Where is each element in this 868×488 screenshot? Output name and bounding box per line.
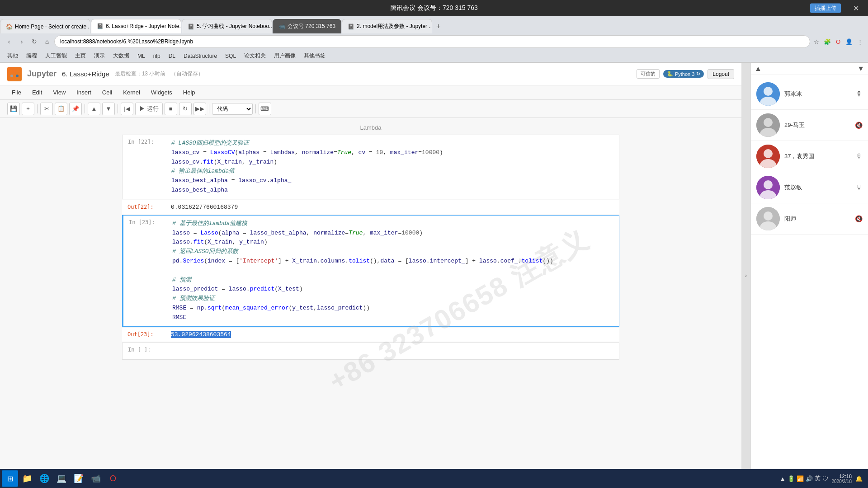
code-line: # 返回LASSO回归的系数 bbox=[172, 247, 615, 257]
cell-type-select[interactable]: 代码 Markdown Raw bbox=[212, 103, 253, 115]
add-cell-btn[interactable]: + bbox=[22, 103, 34, 115]
paste-btn[interactable]: 📌 bbox=[69, 103, 82, 115]
panel-nav: ▲ ▼ bbox=[751, 63, 868, 75]
forward-btn[interactable]: › bbox=[16, 36, 27, 47]
taskbar-browser[interactable]: 🌐 bbox=[36, 470, 52, 487]
bookmark-home[interactable]: 主页 bbox=[71, 51, 90, 61]
extensions-icon[interactable]: 🧩 bbox=[823, 37, 832, 46]
tab-home[interactable]: 🏠 Home Page - Select or create ... ✕ bbox=[0, 19, 90, 33]
bookmark-papers[interactable]: 论文相关 bbox=[241, 51, 269, 61]
cell-23-body[interactable]: # 基于最佳的lambda值建模 lasso = Lasso(alpha = l… bbox=[169, 216, 619, 326]
bookmark-sql[interactable]: SQL bbox=[222, 52, 240, 60]
menu-view[interactable]: View bbox=[48, 87, 70, 98]
taskbar-cmd[interactable]: 💻 bbox=[53, 470, 70, 487]
cell-empty-body[interactable] bbox=[168, 343, 619, 360]
notification-icon[interactable]: 🔔 bbox=[855, 475, 863, 482]
reload-btn[interactable]: ↻ bbox=[29, 36, 40, 47]
svg-point-10 bbox=[764, 149, 773, 158]
bookmark-dl[interactable]: DL bbox=[165, 52, 179, 60]
bookmark-bigdata[interactable]: 大数据 bbox=[109, 51, 133, 61]
bookmark-programming[interactable]: 编程 bbox=[23, 51, 41, 61]
menu-insert[interactable]: Insert bbox=[72, 87, 96, 98]
bookmark-ml[interactable]: ML bbox=[134, 52, 149, 60]
notebook-scroll[interactable]: Lambda In [22]: # LASSO回归模型的交叉验证 lasso_c… bbox=[0, 118, 741, 488]
arrow-up-icon[interactable]: ▲ bbox=[780, 475, 786, 482]
cell-empty: In [ ]: bbox=[122, 343, 619, 360]
jupyter-wordmark: Jupyter bbox=[27, 69, 57, 79]
bookmark-star-icon[interactable]: ☆ bbox=[812, 37, 821, 46]
tab-learning-curve-label: 5. 学习曲线 - Jupyter Noteboo... bbox=[197, 23, 272, 30]
volume-icon[interactable]: 🔊 bbox=[806, 475, 813, 482]
svg-point-4 bbox=[764, 87, 773, 96]
menu-icon[interactable]: ⋮ bbox=[855, 37, 864, 46]
interrupt-btn[interactable]: ■ bbox=[165, 103, 177, 115]
menu-file[interactable]: File bbox=[7, 87, 26, 98]
meeting-close-btn[interactable]: ✕ bbox=[853, 4, 859, 13]
win-start-btn[interactable]: ⊞ bbox=[2, 470, 18, 487]
bookmark-other1[interactable]: 其他 bbox=[4, 51, 22, 61]
address-input[interactable] bbox=[54, 35, 810, 48]
move-down-btn[interactable]: ▼ bbox=[102, 103, 115, 115]
cell-22-body[interactable]: # LASSO回归模型的交叉验证 lasso_cv = LassoCV(alph… bbox=[168, 135, 619, 199]
avatar-icon[interactable]: 👤 bbox=[844, 37, 854, 46]
bookmark-demo[interactable]: 演示 bbox=[90, 51, 108, 61]
participant-2-mic: 🔇 bbox=[855, 122, 863, 129]
antivirus-icon: 🛡 bbox=[822, 475, 828, 482]
code-line: RMSE = np.sqrt(mean_squared_error(y_test… bbox=[172, 304, 615, 313]
autosave: （自动保存） bbox=[171, 70, 203, 78]
new-tab-btn[interactable]: + bbox=[433, 20, 444, 32]
run-btn[interactable]: ▶ 运行 bbox=[135, 103, 163, 115]
back-btn[interactable]: ‹ bbox=[4, 36, 14, 47]
menu-cell[interactable]: Cell bbox=[98, 87, 117, 98]
menu-bar: File Edit View Insert Cell Kernel Widget… bbox=[0, 85, 741, 100]
menu-help[interactable]: Help bbox=[179, 87, 200, 98]
panel-collapse-btn[interactable]: › bbox=[741, 63, 750, 488]
logout-btn[interactable]: Logout bbox=[708, 69, 734, 79]
ime-icon[interactable]: 英 bbox=[815, 474, 821, 483]
bookmark-datastructure[interactable]: DataStructure bbox=[180, 52, 221, 60]
notebook-title: 6. Lasso+Ridge bbox=[62, 70, 109, 78]
trusted-badge[interactable]: 可信的 bbox=[637, 69, 660, 79]
bookmark-ai[interactable]: 人工智能 bbox=[42, 51, 71, 61]
tab-learning-curve-favicon: 📓 bbox=[188, 23, 194, 30]
bookmark-nlp[interactable]: nlp bbox=[150, 52, 164, 60]
tab-jupyter-lasso[interactable]: 📓 6. Lasso+Ridge - Jupyter Note... ✕ bbox=[91, 19, 181, 33]
restart-btn[interactable]: ↻ bbox=[179, 103, 192, 115]
avatar-svg-3 bbox=[756, 145, 780, 168]
menu-kernel[interactable]: Kernel bbox=[118, 87, 145, 98]
participant-3-name: 37，袁秀国 bbox=[784, 152, 852, 160]
cell-22-label: In [22]: bbox=[123, 135, 168, 199]
jupyter-header: Jupyter 6. Lasso+Ridge 最后检查：13 小时前 （自动保存… bbox=[0, 63, 741, 85]
copy-btn[interactable]: 📋 bbox=[55, 103, 67, 115]
upload-btn[interactable]: 插播上传 bbox=[810, 4, 841, 13]
run-all-btn[interactable]: ▶▶ bbox=[193, 103, 206, 115]
meeting-title: 腾讯会议 会议号：720 315 763 bbox=[390, 4, 478, 12]
save-btn[interactable]: 💾 bbox=[7, 103, 20, 115]
taskbar-explorer[interactable]: 📁 bbox=[19, 470, 35, 487]
opera-icon[interactable]: O bbox=[834, 37, 843, 46]
lambda-label: Lambda bbox=[122, 124, 619, 131]
home-btn[interactable]: ⌂ bbox=[42, 36, 52, 47]
panel-down-btn[interactable]: ▼ bbox=[857, 65, 864, 73]
participant-1-name: 郭冰冰 bbox=[784, 90, 852, 98]
run-prev-btn[interactable]: |◀ bbox=[121, 103, 133, 115]
bookmark-other2[interactable]: 其他书签 bbox=[300, 51, 329, 61]
tab-meeting[interactable]: 📹 会议号 720 315 763 bbox=[273, 19, 341, 33]
participant-5-name: 阳师 bbox=[784, 215, 850, 223]
bookmark-portrait[interactable]: 用户画像 bbox=[270, 51, 299, 61]
participant-4-mic: 🎙 bbox=[856, 184, 863, 191]
move-up-btn[interactable]: ▲ bbox=[88, 103, 100, 115]
taskbar-meeting[interactable]: 📹 bbox=[88, 470, 104, 487]
menu-edit[interactable]: Edit bbox=[28, 87, 47, 98]
taskbar-opera[interactable]: O bbox=[105, 470, 121, 487]
keyboard-shortcut-btn[interactable]: ⌨ bbox=[259, 103, 271, 115]
tab-model[interactable]: 📓 2. model用法及参数 - Jupyter ... ✕ bbox=[342, 19, 432, 33]
cut-btn[interactable]: ✂ bbox=[40, 103, 53, 115]
tab-learning-curve[interactable]: 📓 5. 学习曲线 - Jupyter Noteboo... bbox=[182, 19, 272, 33]
wifi-icon: 📶 bbox=[797, 475, 804, 482]
menu-widgets[interactable]: Widgets bbox=[146, 87, 177, 98]
taskbar-notepad[interactable]: 📝 bbox=[71, 470, 87, 487]
avatar-svg-2 bbox=[756, 113, 780, 137]
panel-up-btn[interactable]: ▲ bbox=[755, 65, 762, 73]
bookmarks-bar: 其他 编程 人工智能 主页 演示 大数据 ML nlp DL DataStruc… bbox=[0, 50, 868, 62]
